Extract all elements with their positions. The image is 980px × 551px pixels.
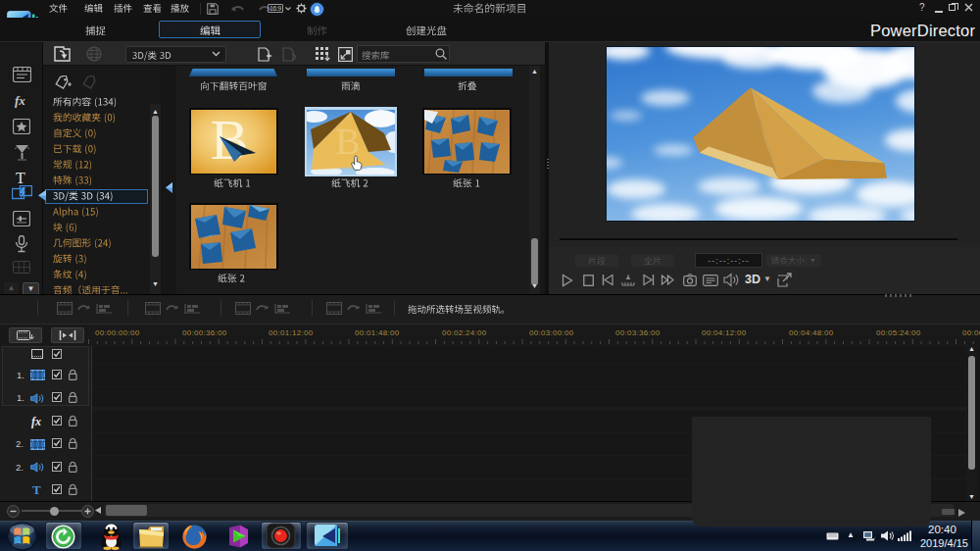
svg-text:B: B xyxy=(211,165,249,174)
svg-text:B: B xyxy=(211,110,249,172)
svg-text:B: B xyxy=(335,121,360,162)
